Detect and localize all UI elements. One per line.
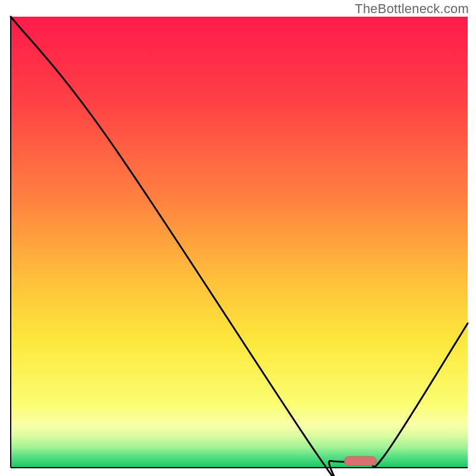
optimal-marker	[345, 456, 377, 465]
gradient-background	[11, 17, 468, 468]
chart-container: { "watermark": "TheBottleneck.com", "cha…	[0, 0, 476, 476]
watermark-text: TheBottleneck.com	[355, 1, 469, 17]
bottleneck-chart	[0, 0, 476, 476]
